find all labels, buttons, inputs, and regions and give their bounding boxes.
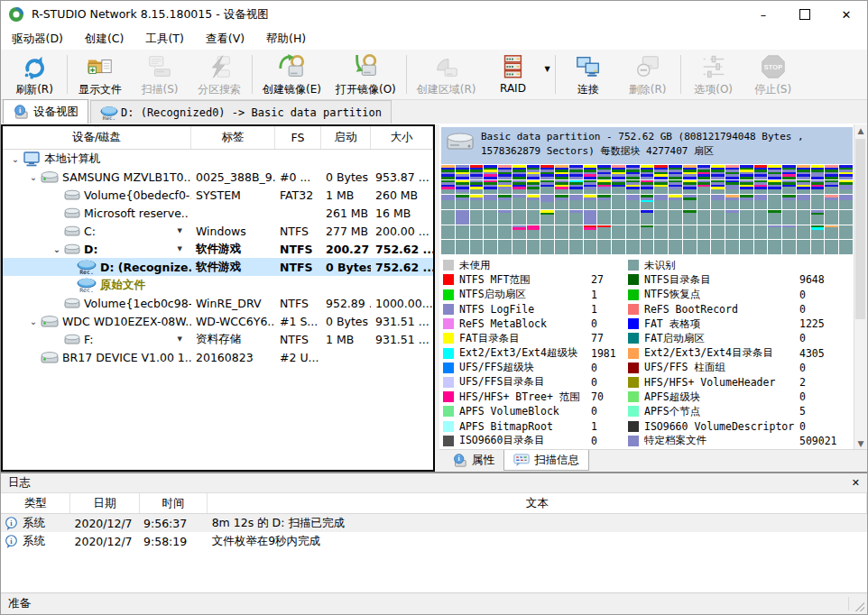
map-block[interactable] <box>584 240 597 254</box>
scan-tab-properties[interactable]: i属性 <box>443 450 503 471</box>
chevron-down-icon[interactable]: ▼ <box>178 245 182 252</box>
map-block[interactable] <box>498 180 512 195</box>
map-block[interactable] <box>697 210 711 225</box>
map-block[interactable] <box>669 225 682 240</box>
map-block[interactable] <box>811 225 825 240</box>
map-block[interactable] <box>484 210 497 225</box>
map-block[interactable] <box>527 165 540 179</box>
map-block[interactable] <box>782 240 796 254</box>
map-block[interactable] <box>839 195 853 209</box>
map-block[interactable] <box>470 210 484 225</box>
tree-row--[interactable]: ⌄本地计算机 <box>3 150 433 168</box>
map-block[interactable] <box>612 240 625 254</box>
log-column-header-0[interactable]: 类型 <box>1 493 70 513</box>
toolbar-button-创建镜像E[interactable]: 创建镜像(E) <box>255 50 328 99</box>
map-block[interactable] <box>754 180 768 195</box>
map-block[interactable] <box>584 180 597 195</box>
map-block[interactable] <box>540 180 554 195</box>
map-block[interactable] <box>811 180 825 195</box>
map-block[interactable] <box>498 165 512 179</box>
log-column-header-1[interactable]: 日期 <box>70 493 139 513</box>
tree-row-c-[interactable]: C:▼WindowsNTFS277 MB200.00 ... <box>3 222 433 240</box>
tree-row-microsoft-reserve-[interactable]: Microsoft reserve..▼261 MB16 MB <box>3 204 433 222</box>
map-block[interactable] <box>527 210 540 225</box>
map-block[interactable] <box>825 195 838 209</box>
map-block[interactable] <box>725 165 739 179</box>
map-block[interactable] <box>711 195 725 209</box>
map-block[interactable] <box>441 240 455 254</box>
map-block[interactable] <box>641 210 654 225</box>
tree-column-header-3[interactable]: 启动 <box>321 126 371 149</box>
map-block[interactable] <box>683 195 697 209</box>
tree-column-header-2[interactable]: FS <box>275 126 321 149</box>
map-block[interactable] <box>768 165 781 179</box>
menu-item-2[interactable]: 创建(C) <box>74 29 134 50</box>
map-block[interactable] <box>782 195 796 209</box>
tree-row-d-recognize-[interactable]: Rec.D: (Recognize...软件游戏NTFS0 Bytes752.6… <box>3 258 433 276</box>
map-block[interactable] <box>725 195 739 209</box>
map-block[interactable] <box>654 225 668 240</box>
map-block[interactable] <box>797 165 810 179</box>
map-block[interactable] <box>569 195 583 209</box>
map-block[interactable] <box>456 225 469 240</box>
map-block[interactable] <box>540 165 554 179</box>
map-block[interactable] <box>740 225 753 240</box>
map-block[interactable] <box>641 180 654 195</box>
map-block[interactable] <box>441 165 455 179</box>
map-block[interactable] <box>484 225 497 240</box>
map-block[interactable] <box>725 225 739 240</box>
map-block[interactable] <box>711 240 725 254</box>
map-block[interactable] <box>740 195 753 209</box>
map-block[interactable] <box>569 180 583 195</box>
map-block[interactable] <box>512 225 526 240</box>
map-block[interactable] <box>654 180 668 195</box>
map-block[interactable] <box>498 240 512 254</box>
map-block[interactable] <box>811 195 825 209</box>
menu-item-5[interactable]: 帮助(H) <box>255 29 317 50</box>
tree-column-header-0[interactable]: 设备/磁盘⌃ <box>3 126 191 149</box>
tab-device-view[interactable]: i设备视图 <box>3 99 88 124</box>
map-block[interactable] <box>641 165 654 179</box>
map-block[interactable] <box>456 195 469 209</box>
map-block[interactable] <box>555 240 568 254</box>
tree-row-br17-device-v1-00-1-[interactable]: BR17 DEVICE V1.00 1....20160823#2 U... <box>3 348 433 366</box>
tree-column-header-1[interactable]: 标签 <box>191 126 275 149</box>
map-block[interactable] <box>697 195 711 209</box>
map-block[interactable] <box>612 165 625 179</box>
tree-row-wdc-wd10ezex-08w-[interactable]: ⌄WDC WD10EZEX-08W...WD-WCC6Y6...#1 S...0… <box>3 312 433 330</box>
log-close-icon[interactable]: ✕ <box>852 477 860 489</box>
tree-row-samsung-mzvlb1t0-[interactable]: ⌄SAMSUNG MZVLB1T0...0025_388B_9...#0 ...… <box>3 168 433 186</box>
map-block[interactable] <box>484 180 497 195</box>
map-block[interactable] <box>683 240 697 254</box>
map-block[interactable] <box>597 165 611 179</box>
map-block[interactable] <box>612 225 625 240</box>
map-block[interactable] <box>626 165 640 179</box>
map-block[interactable] <box>584 225 597 240</box>
map-block[interactable] <box>555 195 568 209</box>
map-block[interactable] <box>597 210 611 225</box>
map-block[interactable] <box>456 180 469 195</box>
tree-row--[interactable]: Rec.原始文件 <box>3 276 433 294</box>
map-block[interactable] <box>669 195 682 209</box>
map-block[interactable] <box>754 210 768 225</box>
map-block[interactable] <box>441 225 455 240</box>
map-block[interactable] <box>654 240 668 254</box>
map-block[interactable] <box>540 195 554 209</box>
tab-partition[interactable]: Rec.D: (Recognized0) -> Basic data parti… <box>90 100 392 124</box>
map-block[interactable] <box>584 195 597 209</box>
map-block[interactable] <box>683 180 697 195</box>
map-block[interactable] <box>540 225 554 240</box>
map-block[interactable] <box>527 225 540 240</box>
map-block[interactable] <box>754 165 768 179</box>
map-block[interactable] <box>456 240 469 254</box>
chevron-down-icon[interactable]: ▼ <box>178 335 182 343</box>
map-block[interactable] <box>797 180 810 195</box>
map-block[interactable] <box>626 180 640 195</box>
map-block[interactable] <box>754 225 768 240</box>
map-block[interactable] <box>641 225 654 240</box>
map-block[interactable] <box>797 210 810 225</box>
map-block[interactable] <box>768 210 781 225</box>
maximize-button[interactable] <box>784 1 826 28</box>
map-block[interactable] <box>711 165 725 179</box>
toolbar-button-连接[interactable]: 连接 <box>559 50 618 99</box>
